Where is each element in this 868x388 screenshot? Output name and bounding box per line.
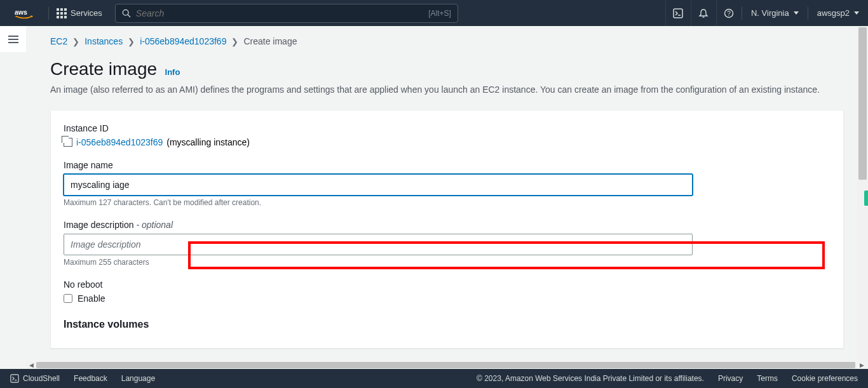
bottom-bar: CloudShell Feedback Language © 2023, Ama…	[0, 369, 868, 388]
main-content: EC2 ❯ Instances ❯ i-056eb894ed1023f69 ❯ …	[26, 26, 868, 369]
svg-text:aws: aws	[15, 8, 27, 15]
chevron-right-icon: ❯	[72, 37, 79, 46]
feedback-tab[interactable]	[864, 191, 868, 206]
nav-right-cluster: ? N. Virginia awsgsp2	[665, 0, 868, 26]
feedback-link[interactable]: Feedback	[74, 374, 107, 383]
breadcrumb-current: Create image	[243, 36, 297, 46]
breadcrumb: EC2 ❯ Instances ❯ i-056eb894ed1023f69 ❯ …	[50, 36, 844, 46]
sidebar-toggle[interactable]	[0, 26, 26, 52]
grid-icon	[57, 8, 67, 18]
copyright-text: © 2023, Amazon Web Services India Privat…	[477, 374, 704, 383]
image-description-input[interactable]	[64, 234, 693, 255]
svg-point-1	[123, 10, 128, 15]
breadcrumb-instance-id[interactable]: i-056eb894ed1023f69	[140, 36, 226, 46]
caret-down-icon	[794, 11, 799, 15]
scroll-left-arrow[interactable]: ◀	[26, 361, 36, 369]
region-selector[interactable]: N. Virginia	[742, 0, 808, 26]
caret-down-icon	[854, 11, 859, 15]
cookie-preferences-link[interactable]: Cookie preferences	[792, 374, 858, 383]
horizontal-scrollbar[interactable]: ◀ ▶	[26, 361, 857, 369]
scrollbar-thumb[interactable]	[858, 27, 867, 180]
image-description-hint: Maximum 255 characters	[64, 258, 831, 267]
global-search[interactable]: [Alt+S]	[115, 4, 458, 23]
top-navbar: aws Services [Alt+S] ? N. Virginia awsgs…	[0, 0, 868, 26]
page-header: Create image Info An image (also referre…	[50, 59, 844, 96]
help-icon[interactable]: ?	[716, 0, 742, 26]
enable-row: Enable	[64, 293, 831, 304]
copy-icon[interactable]	[64, 138, 72, 147]
info-link[interactable]: Info	[165, 67, 180, 77]
cloudshell-icon	[10, 374, 19, 383]
enable-label: Enable	[78, 293, 105, 304]
instance-name-text: (myscalling instance)	[166, 137, 250, 147]
page-title: Create image	[50, 59, 157, 79]
image-name-input[interactable]	[64, 174, 693, 196]
instance-id-row: i-056eb894ed1023f69 (myscalling instance…	[64, 137, 831, 147]
chevron-right-icon: ❯	[231, 37, 238, 46]
aws-logo[interactable]: aws	[0, 8, 48, 19]
terms-link[interactable]: Terms	[757, 374, 778, 383]
scrollbar-thumb[interactable]	[36, 362, 855, 368]
instance-volumes-heading: Instance volumes	[64, 319, 831, 330]
privacy-link[interactable]: Privacy	[718, 374, 743, 383]
services-label: Services	[71, 8, 102, 18]
enable-checkbox[interactable]	[64, 294, 72, 303]
svg-line-2	[128, 15, 130, 17]
notifications-icon[interactable]	[691, 0, 716, 26]
image-description-label: Image description - optional	[64, 220, 831, 230]
breadcrumb-ec2[interactable]: EC2	[50, 36, 67, 46]
hamburger-icon	[8, 36, 18, 43]
search-input[interactable]	[136, 8, 428, 18]
svg-rect-8	[11, 375, 18, 382]
breadcrumb-instances[interactable]: Instances	[85, 36, 123, 46]
svg-text:?: ?	[728, 10, 731, 17]
image-name-label: Image name	[64, 160, 831, 170]
services-menu-button[interactable]: Services	[49, 0, 110, 26]
cloudshell-link[interactable]: CloudShell	[10, 374, 60, 383]
cloudshell-icon[interactable]	[665, 0, 691, 26]
scroll-right-arrow[interactable]: ▶	[857, 361, 867, 369]
form-panel: Instance ID i-056eb894ed1023f69 (myscall…	[50, 110, 844, 349]
account-selector[interactable]: awsgsp2	[808, 0, 868, 26]
search-icon	[122, 9, 131, 18]
instance-id-label: Instance ID	[64, 123, 831, 133]
no-reboot-label: No reboot	[64, 279, 831, 290]
language-link[interactable]: Language	[121, 374, 155, 383]
image-name-hint: Maximum 127 characters. Can't be modifie…	[64, 198, 831, 207]
instance-id-link[interactable]: i-056eb894ed1023f69	[76, 137, 163, 147]
page-description: An image (also referred to as an AMI) de…	[50, 83, 844, 96]
chevron-right-icon: ❯	[128, 37, 135, 46]
search-shortcut-hint: [Alt+S]	[428, 9, 451, 18]
